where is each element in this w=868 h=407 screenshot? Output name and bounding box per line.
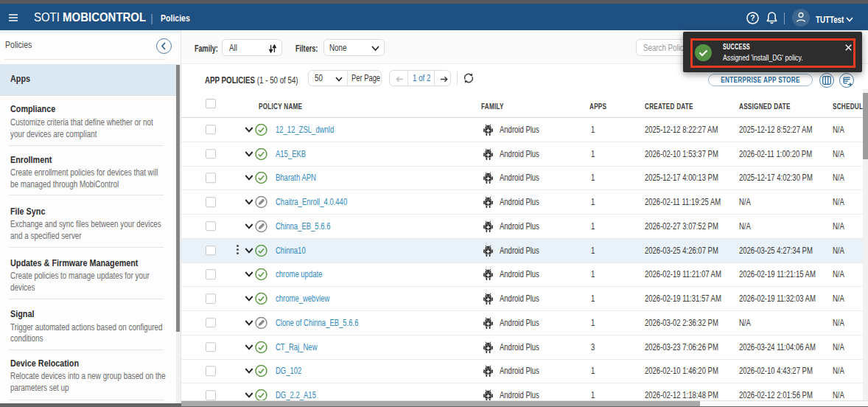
svg-text:?: ? [750,13,755,22]
